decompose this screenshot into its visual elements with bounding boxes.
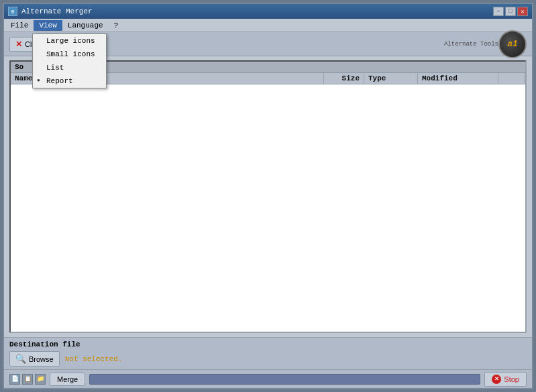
main-window: ⊞ Alternate Merger − □ ✕ File View Langu… [3,3,533,389]
merge-label: Merge [57,375,78,383]
app-logo: a1 [498,30,527,58]
menu-item-file[interactable]: File [5,20,34,31]
dropdown-item-large-icons[interactable]: Large icons [33,34,106,48]
dropdown-item-list[interactable]: List [33,61,106,74]
menu-item-language[interactable]: Language [62,20,109,31]
file-list-body[interactable] [11,84,525,332]
window-title: Alternate Merger [21,7,493,15]
stop-label: Stop [504,375,519,383]
status-bar: 📄 📋 📁 Merge ✕ Stop [4,369,532,388]
minimize-button[interactable]: − [493,7,504,16]
app-icon: ⊞ [8,7,17,16]
col-header-extra [498,73,525,84]
browse-label: Browse [29,355,54,363]
destination-label: Destination file [9,340,527,348]
logo-label: Alternate Tools [444,41,498,48]
dropdown-item-report[interactable]: Report [33,74,106,88]
destination-area: Destination file 🔍 Browse Not selected. [4,337,532,369]
destination-row: 🔍 Browse Not selected. [9,351,527,367]
status-icon-2: 📋 [22,374,33,385]
menu-item-help[interactable]: ? [109,20,124,31]
dropdown-item-small-icons[interactable]: Small icons [33,48,106,61]
status-icon-3: 📁 [35,374,46,385]
file-list-container: Name Size Type Modified [11,73,525,332]
col-header-modified: Modified [418,73,498,84]
menu-item-view[interactable]: View [34,20,62,31]
destination-status: Not selected. [65,355,123,363]
clear-icon: ✕ [15,40,22,49]
browse-icon: 🔍 [15,354,26,364]
source-panel: So Name Size Type Modified [9,60,527,333]
status-icons: 📄 📋 📁 [9,374,46,385]
maximize-button[interactable]: □ [505,7,516,16]
col-header-size: Size [324,73,364,84]
status-icon-1: 📄 [9,374,20,385]
stop-icon: ✕ [492,375,501,384]
title-bar: ⊞ Alternate Merger − □ ✕ [4,4,532,19]
merge-button[interactable]: Merge [50,373,85,386]
logo-area: Alternate Tools a1 [441,30,527,58]
main-content: So Name Size Type Modified [4,56,532,337]
stop-button[interactable]: ✕ Stop [484,372,527,387]
logo-text-big: a1 [507,40,518,48]
view-dropdown-menu: Large icons Small icons List Report [32,34,107,88]
close-button[interactable]: ✕ [517,7,528,16]
progress-bar [89,374,480,385]
window-controls: − □ ✕ [493,7,528,16]
browse-button[interactable]: 🔍 Browse [9,351,60,367]
col-header-type: Type [364,73,418,84]
